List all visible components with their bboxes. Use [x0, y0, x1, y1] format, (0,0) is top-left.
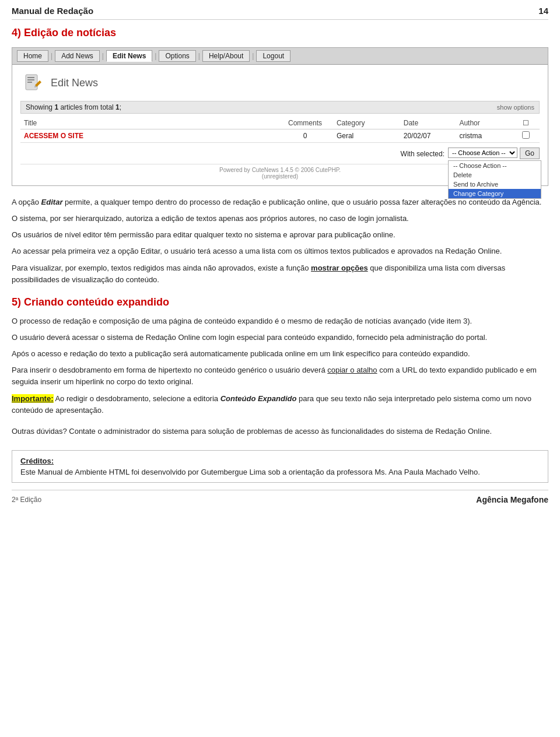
credits-box: Créditos: Este Manual de Ambiente HTML f…: [12, 450, 548, 483]
dropdown-item-category[interactable]: Change Category: [449, 189, 541, 198]
col-date: Date: [400, 117, 456, 129]
section5-para6: Outras dúvidas? Contate o administrador …: [12, 426, 548, 437]
footer-agency: Agência Megafone: [476, 495, 548, 504]
action-select-wrap: -- Choose Action -- Delete Send to Archi…: [448, 148, 517, 158]
body-para3: Os usuários de nível editor têm permissã…: [12, 229, 548, 241]
nav-logout[interactable]: Logout: [256, 50, 290, 62]
section5-text: O processo de redação e composição de um…: [12, 315, 548, 437]
section5-para2: O usuário deverá acessar o sistema de Re…: [12, 332, 548, 343]
dropdown-overlay: -- Choose Action -- Delete Send to Archi…: [448, 160, 541, 199]
section4-heading: 4) Edição de notícias: [12, 27, 548, 39]
cell-author: cristma: [456, 129, 512, 143]
cell-category: Geral: [333, 129, 400, 143]
section5-para5: Importante: Ao redigir o desdobramento, …: [12, 393, 548, 416]
showing-bar: Showing 1 articles from total 1; show op…: [20, 101, 540, 114]
section5-para1: O processo de redação e composição de um…: [12, 315, 548, 327]
article-link[interactable]: ACESSEM O SITE: [24, 132, 83, 140]
showing-text: Showing 1 articles from total 1;: [26, 103, 121, 111]
nav-sep-5: |: [252, 52, 254, 60]
section5-para4: Para inserir o desdobramento em forma de…: [12, 364, 548, 388]
nav-home[interactable]: Home: [17, 50, 48, 62]
dropdown-item-delete[interactable]: Delete: [449, 170, 541, 180]
page-footer: 2ª Edição Agência Megafone: [12, 490, 548, 504]
body-para4: Ao acessar pela primeira vez a opção Edi…: [12, 245, 548, 257]
col-title: Title: [20, 117, 277, 129]
importante-label: Importante:: [12, 394, 54, 403]
section5-para3: Após o acesso e redação do texto a publi…: [12, 348, 548, 360]
dropdown-item-choose[interactable]: -- Choose Action --: [449, 161, 541, 170]
edit-news-area: Edit News Showing 1 articles from total …: [12, 65, 548, 185]
show-options-link[interactable]: show options: [497, 104, 534, 111]
dropdown-item-archive[interactable]: Send to Archive: [449, 180, 541, 189]
edit-news-header: Edit News: [20, 71, 540, 95]
nav-sep-1: |: [51, 52, 52, 60]
edit-icon: [20, 71, 45, 95]
svg-rect-2: [27, 79, 34, 80]
body-para2: O sistema, por ser hierarquizado, autori…: [12, 213, 548, 224]
articles-table: Title Comments Category Date Author ☐ AC…: [20, 117, 540, 143]
footer-edition: 2ª Edição: [12, 496, 41, 504]
nav-sep-4: |: [198, 52, 200, 60]
row-checkbox[interactable]: [522, 131, 530, 139]
svg-rect-1: [27, 77, 34, 78]
nav-add-news[interactable]: Add News: [55, 50, 100, 62]
col-comments: Comments: [277, 117, 333, 129]
table-row: ACESSEM O SITE 0 Geral 20/02/07 cristma: [20, 129, 540, 143]
svg-rect-3: [27, 82, 32, 83]
page-title: Manual de Redação: [12, 6, 93, 16]
col-check: ☐: [512, 117, 540, 129]
col-author: Author: [456, 117, 512, 129]
nav-edit-news[interactable]: Edit News: [106, 50, 152, 62]
credits-text: Este Manual de Ambiente HTML foi desenvo…: [20, 468, 540, 476]
edit-news-title: Edit News: [51, 77, 98, 89]
screenshot-box: Home | Add News | Edit News | Options | …: [12, 47, 548, 186]
nav-options[interactable]: Options: [159, 50, 195, 62]
nav-help[interactable]: Help/About: [202, 50, 250, 62]
cell-date: 20/02/07: [400, 129, 456, 143]
with-selected-row: With selected: -- Choose Action -- Delet…: [20, 148, 540, 160]
go-button[interactable]: Go: [520, 148, 540, 159]
nav-sep-3: |: [155, 52, 156, 60]
col-category: Category: [333, 117, 400, 129]
page-number: 14: [538, 6, 548, 16]
action-select[interactable]: -- Choose Action -- Delete Send to Archi…: [448, 148, 517, 158]
section5-heading: 5) Criando conteúdo expandido: [12, 296, 548, 308]
body-text: A opção Editar permite, a qualquer tempo…: [12, 196, 548, 286]
with-selected-label: With selected:: [401, 148, 444, 160]
credits-title: Créditos:: [20, 457, 540, 465]
nav-bar: Home | Add News | Edit News | Options | …: [12, 48, 548, 65]
body-para5: Para visualizar, por exemplo, textos red…: [12, 262, 548, 286]
cell-comments: 0: [277, 129, 333, 143]
page-header: Manual de Redação 14: [12, 6, 548, 20]
nav-sep-2: |: [102, 52, 104, 60]
